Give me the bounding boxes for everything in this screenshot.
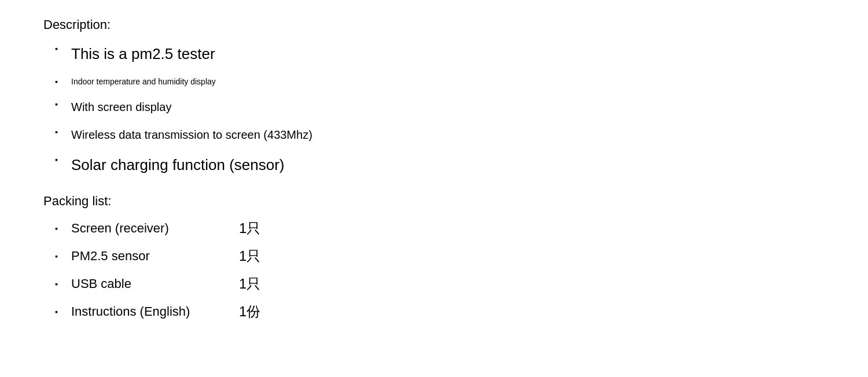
description-item-text: Solar charging function (sensor)	[71, 154, 285, 176]
packing-section: Packing list: ▪ Screen (receiver) 1只 ▪ P…	[43, 194, 825, 321]
packing-list-item: ▪ Screen (receiver) 1只	[55, 219, 825, 238]
bullet-icon: ▪	[55, 306, 65, 318]
packing-item-qty: 1只	[239, 247, 260, 265]
packing-heading: Packing list:	[43, 194, 825, 209]
packing-item-qty: 1只	[239, 219, 260, 238]
description-list: ▪ This is a pm2.5 tester ▪ Indoor temper…	[55, 43, 825, 176]
description-item-text: With screen display	[71, 98, 171, 116]
packing-list-item: ▪ Instructions (English) 1份	[55, 302, 825, 321]
packing-item-name: Instructions (English)	[71, 304, 233, 319]
bullet-icon: ▪	[55, 43, 65, 55]
bullet-icon: ▪	[55, 154, 65, 166]
bullet-icon: ▪	[55, 250, 65, 263]
packing-item-name: Screen (receiver)	[71, 221, 233, 236]
description-heading: Description:	[43, 17, 825, 32]
description-section: Description: ▪ This is a pm2.5 tester ▪ …	[43, 17, 825, 176]
list-item: ▪ Solar charging function (sensor)	[55, 154, 825, 176]
bullet-icon: ▪	[55, 98, 65, 110]
packing-item-qty: 1份	[239, 302, 260, 321]
packing-list-item: ▪ USB cable 1只	[55, 275, 825, 293]
bullet-icon: ▪	[55, 223, 65, 235]
bullet-icon: ▪	[55, 278, 65, 290]
packing-list-item: ▪ PM2.5 sensor 1只	[55, 247, 825, 265]
packing-list: ▪ Screen (receiver) 1只 ▪ PM2.5 sensor 1只…	[55, 219, 825, 321]
list-item: ▪ Indoor temperature and humidity displa…	[55, 76, 825, 88]
bullet-icon: ▪	[55, 76, 65, 88]
packing-item-qty: 1只	[239, 275, 260, 293]
description-item-text: Wireless data transmission to screen (43…	[71, 126, 312, 143]
list-item: ▪ This is a pm2.5 tester	[55, 43, 825, 65]
bullet-icon: ▪	[55, 126, 65, 138]
packing-item-name: USB cable	[71, 276, 233, 291]
list-item: ▪ Wireless data transmission to screen (…	[55, 126, 825, 143]
description-item-text: Indoor temperature and humidity display	[71, 76, 216, 88]
list-item: ▪ With screen display	[55, 98, 825, 116]
description-item-text: This is a pm2.5 tester	[71, 43, 215, 65]
packing-item-name: PM2.5 sensor	[71, 249, 233, 264]
